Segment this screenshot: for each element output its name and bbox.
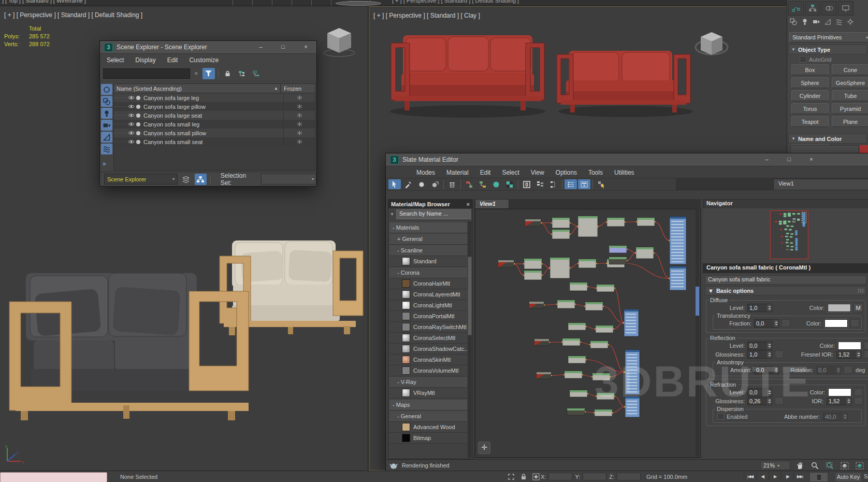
mini-listener[interactable] xyxy=(0,472,107,482)
space-warps-category-icon[interactable] xyxy=(834,16,844,27)
key-mode-button[interactable] xyxy=(809,472,828,482)
minimize-button[interactable]: – xyxy=(762,155,771,164)
maximize-button[interactable]: □ xyxy=(279,42,287,51)
rotation-map-slot[interactable] xyxy=(844,366,852,374)
modify-tab[interactable] xyxy=(788,1,804,16)
browser-item-standard[interactable]: Standard xyxy=(389,256,467,267)
visibility-eye-icon[interactable] xyxy=(128,131,135,135)
move-children-button[interactable] xyxy=(463,179,475,189)
viewport-label-left[interactable]: [ + ] [ Perspective ] [ Standard ] [ Def… xyxy=(4,11,142,19)
scene-explorer-menu-customize[interactable]: Customize xyxy=(183,56,224,64)
browser-group--maps[interactable]: - Maps xyxy=(389,400,467,410)
browser-group--v-ray[interactable]: - V-Ray xyxy=(389,377,467,388)
parameter-editor-toggle-button[interactable] xyxy=(565,179,577,189)
object-name[interactable]: Canyon sofa large seat xyxy=(143,112,283,119)
autogrid-checkbox[interactable]: AutoGrid xyxy=(800,56,831,63)
anisotropy-amount-spinner[interactable]: 0,0 xyxy=(754,366,779,374)
browser-item-coronaselectmtl[interactable]: CoronaSelectMtl xyxy=(389,333,467,344)
visibility-eye-icon[interactable] xyxy=(128,113,135,118)
material-name-field[interactable]: Canyon sofa small fabric xyxy=(705,275,866,285)
fresnel-ior-spinner[interactable]: 1,52 xyxy=(836,350,861,359)
slate-menu-tools[interactable]: Tools xyxy=(583,169,609,176)
isolate-selection-icon[interactable] xyxy=(508,473,515,480)
scene-object-row[interactable]: Canyon sofa large seat xyxy=(114,111,315,120)
reflection-color-map-slot[interactable] xyxy=(864,342,868,349)
browser-search-input[interactable]: Search by Name ... xyxy=(396,209,471,219)
reflection-level-spinner[interactable]: 0,0 xyxy=(747,342,772,350)
canvas-pan-lock-button[interactable]: ✛ xyxy=(478,442,490,454)
hide-unused-nodeslots-button[interactable] xyxy=(476,179,489,189)
node-graph-canvas[interactable] xyxy=(475,209,701,458)
frozen-toggle-icon[interactable] xyxy=(283,93,315,102)
visibility-eye-icon[interactable] xyxy=(128,122,135,126)
browser-group--general[interactable]: - General xyxy=(389,411,467,422)
browser-header[interactable]: Material/Map Browser × xyxy=(388,200,472,208)
auto-key-button[interactable]: Auto Key xyxy=(835,472,862,482)
cameras-filter-icon[interactable] xyxy=(101,120,112,131)
fraction-spinner[interactable]: 0,0 xyxy=(754,319,779,328)
object-name[interactable]: Canyon sofa small leg xyxy=(143,121,283,127)
reflection-glossiness-spinner[interactable]: 1,0 xyxy=(747,350,772,359)
torus-button[interactable]: Torus xyxy=(791,103,829,114)
zoom-extents-icon[interactable] xyxy=(839,461,850,470)
frozen-toggle-icon[interactable] xyxy=(283,129,315,137)
browser-scrollbar[interactable] xyxy=(468,221,472,458)
helpers-filter-icon[interactable] xyxy=(101,132,112,143)
zoom-region-icon[interactable] xyxy=(824,461,835,470)
expand-tree-button[interactable] xyxy=(236,68,249,79)
slate-menu-modes[interactable]: Modes xyxy=(411,169,441,176)
go-to-start-button[interactable]: |◀◀ xyxy=(744,472,756,481)
scene-explorer-menu-select[interactable]: Select xyxy=(101,56,129,64)
z-field[interactable] xyxy=(617,473,641,480)
anisotropy-map-slot[interactable] xyxy=(782,366,790,374)
select-by-material-button[interactable] xyxy=(595,179,607,189)
put-material-to-scene-button[interactable] xyxy=(415,179,428,189)
diffuse-map-button[interactable]: M xyxy=(853,304,863,312)
navigator-toggle-button[interactable] xyxy=(578,179,590,189)
abbe-number-spinner[interactable]: 40,0 xyxy=(823,413,848,421)
basic-options-rollout[interactable]: ▼Basic options xyxy=(705,286,866,295)
browser-item-coronavolumemtl[interactable]: CoronaVolumeMtl xyxy=(389,365,467,376)
browser-close-icon[interactable]: × xyxy=(467,201,470,207)
slate-menu-edit[interactable]: Edit xyxy=(474,169,497,176)
primitive-category-dropdown[interactable]: Standard Primitives▾ xyxy=(789,32,868,42)
lock-button[interactable] xyxy=(222,68,234,79)
viewcube-right[interactable] xyxy=(695,26,729,61)
hierarchy-tab[interactable] xyxy=(805,1,820,16)
object-name[interactable]: Canyon sofa large leg xyxy=(143,95,283,101)
x-field[interactable] xyxy=(548,473,572,480)
scene-explorer-menu-edit[interactable]: Edit xyxy=(162,56,184,64)
browser-group--corona[interactable]: - Corona xyxy=(389,267,467,278)
translucency-color-swatch[interactable] xyxy=(824,319,848,328)
browser-item-advanced-wood[interactable]: Advanced Wood xyxy=(389,422,467,433)
go-to-end-button[interactable]: ▶▶| xyxy=(793,472,806,481)
fresnel-map-slot[interactable] xyxy=(864,350,868,358)
sphere-button[interactable]: Sphere xyxy=(791,77,829,88)
cameras-category-icon[interactable] xyxy=(811,16,821,27)
select-tool-button[interactable] xyxy=(388,179,401,189)
browser-item-vraymtl[interactable]: VRayMtl xyxy=(389,388,467,399)
pyramid-button[interactable]: Pyramid xyxy=(832,103,868,114)
name-color-rollout[interactable]: ▼Name and Color xyxy=(788,134,867,144)
material-id-channel-button[interactable]: 0 xyxy=(520,179,533,189)
zoom-level-dropdown[interactable]: 21%▾ xyxy=(760,461,790,470)
display-tab[interactable] xyxy=(838,1,853,16)
visibility-eye-icon[interactable] xyxy=(128,139,135,144)
layout-all-button[interactable] xyxy=(534,179,546,189)
scene-explorer-titlebar[interactable]: 3 Scene Explorer - Scene Explorer – □ × xyxy=(100,41,316,54)
browser-item-bitmap[interactable]: Bitmap xyxy=(389,433,467,444)
refraction-glossiness-map-slot[interactable] xyxy=(775,397,784,405)
maximize-button[interactable]: □ xyxy=(785,155,793,164)
frozen-column-header[interactable]: Frozen xyxy=(280,84,315,93)
layers-view-button[interactable] xyxy=(180,174,192,185)
teapot-button[interactable]: Teapot xyxy=(791,116,829,127)
play-button[interactable]: ▶ xyxy=(769,472,781,481)
visibility-eye-icon[interactable] xyxy=(128,95,135,100)
close-button[interactable]: × xyxy=(301,42,310,51)
list-header[interactable]: Name (Sorted Ascending) ▲ Frozen xyxy=(114,84,315,93)
show-shaded-material-in-viewport-button[interactable] xyxy=(490,179,502,189)
frozen-toggle-icon[interactable] xyxy=(283,120,315,129)
scene-object-row[interactable]: Canyon sofa large leg xyxy=(114,93,315,102)
ior-spinner[interactable]: 1,52 xyxy=(827,397,851,405)
render-dot-icon[interactable] xyxy=(136,122,140,126)
